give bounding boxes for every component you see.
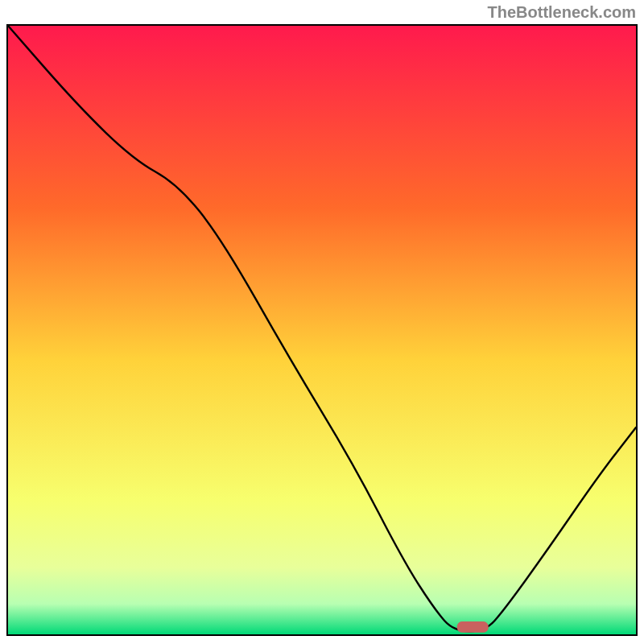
bottleneck-chart: [8, 26, 636, 634]
gradient-background: [8, 26, 636, 634]
watermark-text: TheBottleneck.com: [488, 3, 636, 22]
optimum-marker: [457, 621, 489, 633]
